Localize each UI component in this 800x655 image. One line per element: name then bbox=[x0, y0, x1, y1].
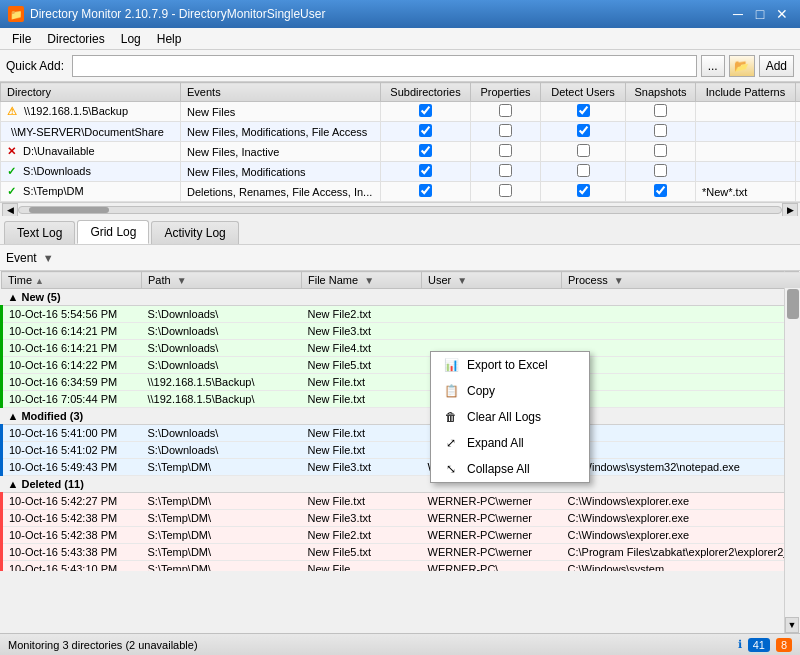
detect-users-checkbox[interactable] bbox=[577, 144, 590, 157]
directory-row[interactable]: \\MY-SERVER\DocumentShare New Files, Mod… bbox=[1, 122, 801, 142]
filename-filter-icon[interactable]: ▼ bbox=[364, 275, 374, 286]
log-process: C:\Windows\explorer.exe bbox=[562, 510, 801, 527]
detect-users-checkbox[interactable] bbox=[577, 184, 590, 197]
log-row[interactable]: 10-Oct-16 5:43:38 PM S:\Temp\DM\ New Fil… bbox=[2, 544, 801, 561]
scroll-right-btn[interactable]: ▶ bbox=[782, 203, 798, 217]
properties-checkbox[interactable] bbox=[499, 124, 512, 137]
log-row[interactable]: 10-Oct-16 5:42:27 PM S:\Temp\DM\ New Fil… bbox=[2, 493, 801, 510]
log-row[interactable]: 10-Oct-16 5:49:43 PM S:\Temp\DM\ New Fil… bbox=[2, 459, 801, 476]
filter-dropdown-icon[interactable]: ▼ bbox=[43, 252, 54, 264]
v-scroll-thumb[interactable] bbox=[787, 289, 799, 319]
properties-checkbox[interactable] bbox=[499, 164, 512, 177]
context-menu-item[interactable]: 🗑 Clear All Logs bbox=[431, 404, 589, 430]
directory-row[interactable]: ⚠ \\192.168.1.5\Backup New Files bbox=[1, 102, 801, 122]
tab-text-log[interactable]: Text Log bbox=[4, 221, 75, 244]
snapshots-checkbox[interactable] bbox=[654, 144, 667, 157]
directory-table: Directory Events Subdirectories Properti… bbox=[0, 82, 800, 202]
dir-detect-users[interactable] bbox=[541, 142, 626, 162]
subdirs-checkbox[interactable] bbox=[419, 164, 432, 177]
log-row[interactable]: 10-Oct-16 6:14:21 PM S:\Downloads\ New F… bbox=[2, 323, 801, 340]
log-col-process: Process ▼ bbox=[562, 272, 801, 289]
properties-checkbox[interactable] bbox=[499, 184, 512, 197]
snapshots-checkbox[interactable] bbox=[654, 184, 667, 197]
snapshots-checkbox[interactable] bbox=[654, 124, 667, 137]
directory-row[interactable]: ✓ S:\Temp\DM Deletions, Renames, File Ac… bbox=[1, 182, 801, 202]
scroll-down-btn[interactable]: ▼ bbox=[785, 617, 799, 633]
log-row[interactable]: 10-Oct-16 6:14:21 PM S:\Downloads\ New F… bbox=[2, 340, 801, 357]
menu-file[interactable]: File bbox=[4, 30, 39, 48]
log-row[interactable]: 10-Oct-16 6:34:59 PM \\192.168.1.5\Backu… bbox=[2, 374, 801, 391]
log-row[interactable]: 10-Oct-16 5:41:00 PM S:\Downloads\ New F… bbox=[2, 425, 801, 442]
folder-icon-button[interactable]: 📂 bbox=[729, 55, 755, 77]
log-group-header[interactable]: ▲ Deleted (11) bbox=[2, 476, 801, 493]
menu-log[interactable]: Log bbox=[113, 30, 149, 48]
dir-detect-users[interactable] bbox=[541, 102, 626, 122]
context-menu-item[interactable]: ⤡ Collapse All bbox=[431, 456, 589, 482]
dir-properties[interactable] bbox=[471, 122, 541, 142]
snapshots-checkbox[interactable] bbox=[654, 104, 667, 117]
dir-subdirs[interactable] bbox=[381, 162, 471, 182]
dir-subdirs[interactable] bbox=[381, 182, 471, 202]
dir-subdirs[interactable] bbox=[381, 122, 471, 142]
path-filter-icon[interactable]: ▼ bbox=[177, 275, 187, 286]
subdirs-checkbox[interactable] bbox=[419, 104, 432, 117]
dir-properties[interactable] bbox=[471, 142, 541, 162]
menu-bar: File Directories Log Help bbox=[0, 28, 800, 50]
dir-detect-users[interactable] bbox=[541, 122, 626, 142]
directory-row[interactable]: ✕ D:\Unavailable New Files, Inactive *.t… bbox=[1, 142, 801, 162]
dir-properties[interactable] bbox=[471, 102, 541, 122]
close-button[interactable]: ✕ bbox=[772, 4, 792, 24]
dir-snapshots[interactable] bbox=[626, 142, 696, 162]
subdirs-checkbox[interactable] bbox=[419, 124, 432, 137]
detect-users-checkbox[interactable] bbox=[577, 164, 590, 177]
context-menu-item[interactable]: 📊 Export to Excel bbox=[431, 352, 589, 378]
menu-help[interactable]: Help bbox=[149, 30, 190, 48]
log-row[interactable]: 10-Oct-16 5:54:56 PM S:\Downloads\ New F… bbox=[2, 306, 801, 323]
tab-grid-log[interactable]: Grid Log bbox=[77, 220, 149, 244]
subdirs-checkbox[interactable] bbox=[419, 184, 432, 197]
log-table-wrapper[interactable]: Time ▲ Path ▼ File Name ▼ bbox=[0, 271, 800, 571]
directory-row[interactable]: ✓ S:\Downloads New Files, Modifications bbox=[1, 162, 801, 182]
detect-users-checkbox[interactable] bbox=[577, 104, 590, 117]
user-filter-icon[interactable]: ▼ bbox=[457, 275, 467, 286]
dir-snapshots[interactable] bbox=[626, 182, 696, 202]
dir-snapshots[interactable] bbox=[626, 122, 696, 142]
log-row[interactable]: 10-Oct-16 5:42:38 PM S:\Temp\DM\ New Fil… bbox=[2, 527, 801, 544]
menu-directories[interactable]: Directories bbox=[39, 30, 112, 48]
scroll-left-btn[interactable]: ◀ bbox=[2, 203, 18, 217]
scroll-track[interactable] bbox=[18, 206, 782, 214]
properties-checkbox[interactable] bbox=[499, 144, 512, 157]
subdirs-checkbox[interactable] bbox=[419, 144, 432, 157]
dir-detect-users[interactable] bbox=[541, 182, 626, 202]
log-row[interactable]: 10-Oct-16 5:43:10 PM S:\Temp\DM\ New Fil… bbox=[2, 561, 801, 572]
dir-subdirs[interactable] bbox=[381, 102, 471, 122]
process-filter-icon[interactable]: ▼ bbox=[614, 275, 624, 286]
dir-detect-users[interactable] bbox=[541, 162, 626, 182]
add-button[interactable]: Add bbox=[759, 55, 794, 77]
log-row[interactable]: 10-Oct-16 7:05:44 PM \\192.168.1.5\Backu… bbox=[2, 391, 801, 408]
log-group-header[interactable]: ▲ Modified (3) bbox=[2, 408, 801, 425]
context-menu-item[interactable]: 📋 Copy bbox=[431, 378, 589, 404]
log-row[interactable]: 10-Oct-16 5:41:02 PM S:\Downloads\ New F… bbox=[2, 442, 801, 459]
log-group-header[interactable]: ▲ New (5) bbox=[2, 289, 801, 306]
vertical-scrollbar[interactable]: ▲ ▼ bbox=[784, 271, 800, 633]
properties-checkbox[interactable] bbox=[499, 104, 512, 117]
dir-properties[interactable] bbox=[471, 162, 541, 182]
snapshots-checkbox[interactable] bbox=[654, 164, 667, 177]
log-row[interactable]: 10-Oct-16 6:14:22 PM S:\Downloads\ New F… bbox=[2, 357, 801, 374]
scroll-thumb[interactable] bbox=[29, 207, 109, 213]
context-menu-item-icon: 📊 bbox=[443, 357, 459, 373]
log-row[interactable]: 10-Oct-16 5:42:38 PM S:\Temp\DM\ New Fil… bbox=[2, 510, 801, 527]
dir-snapshots[interactable] bbox=[626, 162, 696, 182]
minimize-button[interactable]: ─ bbox=[728, 4, 748, 24]
detect-users-checkbox[interactable] bbox=[577, 124, 590, 137]
dir-properties[interactable] bbox=[471, 182, 541, 202]
browse-button[interactable]: ... bbox=[701, 55, 725, 77]
dir-subdirs[interactable] bbox=[381, 142, 471, 162]
quick-add-input[interactable] bbox=[72, 55, 697, 77]
dir-snapshots[interactable] bbox=[626, 102, 696, 122]
tab-activity-log[interactable]: Activity Log bbox=[151, 221, 238, 244]
horizontal-scrollbar[interactable]: ◀ ▶ bbox=[0, 202, 800, 216]
maximize-button[interactable]: □ bbox=[750, 4, 770, 24]
context-menu-item[interactable]: ⤢ Expand All bbox=[431, 430, 589, 456]
